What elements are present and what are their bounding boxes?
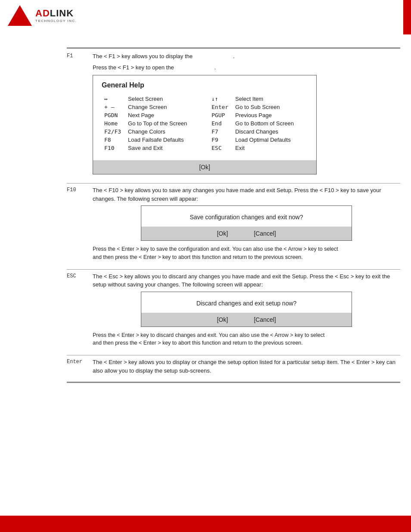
red-accent-bar-top <box>403 0 411 34</box>
section-divider-top <box>67 47 400 49</box>
table-key-right-4: End <box>210 120 233 127</box>
enter-content: The < Enter > key allows you to display … <box>93 358 400 377</box>
table-desc-right-1: Select Item <box>234 95 307 103</box>
f1-content: The < F1 > key allows you to display the… <box>93 52 400 179</box>
f10-content: The < F10 > key allows you to save any c… <box>93 186 400 265</box>
f10-dialog-message: Save configuration changes and exit now? <box>141 206 352 227</box>
table-desc-left-2: Change Screen <box>126 103 199 111</box>
table-desc-right-5: Discard Changes <box>234 128 307 135</box>
main-content: F1 The < F1 > key allows you to display … <box>67 47 400 508</box>
logo-adlink-text: ADLINK <box>35 9 77 18</box>
table-desc-left-3: Next Page <box>126 112 199 119</box>
table-key-left-5: F2/F3 <box>103 128 125 135</box>
table-desc-left-5: Change Colors <box>126 128 199 135</box>
f10-dialog-box: Save configuration changes and exit now?… <box>141 205 352 241</box>
f1-desc1: The < F1 > key allows you to display the… <box>93 52 400 61</box>
esc-cancel-button[interactable]: [Cancel] <box>254 316 276 323</box>
table-desc-left-1: Select Screen <box>126 95 199 103</box>
f1-desc2: Press the < F1 > key to open the . <box>93 63 400 72</box>
f10-ok-button[interactable]: [Ok] <box>217 230 228 237</box>
enter-row: Enter The < Enter > key allows you to di… <box>67 355 400 377</box>
esc-row: ESC The < Esc > key allows you to discar… <box>67 269 400 351</box>
table-key-right-1: ↓↑ <box>210 95 233 103</box>
red-accent-bar-bottom <box>0 516 411 532</box>
esc-key-label: ESC <box>67 272 93 279</box>
esc-after-text: Press the < Enter > key to discard chang… <box>93 331 400 348</box>
table-desc-left-6: Load Failsafe Defaults <box>126 136 199 143</box>
f10-key-label: F10 <box>67 186 93 193</box>
f1-key-label: F1 <box>67 52 93 59</box>
esc-dialog-message: Discard changes and exit setup now? <box>141 292 352 313</box>
esc-dialog-box: Discard changes and exit setup now? [Ok]… <box>141 292 352 327</box>
table-key-right-5: F7 <box>210 128 233 135</box>
table-desc-right-7: Exit <box>234 144 307 152</box>
table-key-right-3: PGUP <box>210 112 233 119</box>
table-desc-left-7: Save and Exit <box>126 144 199 152</box>
esc-dialog-footer: [Ok] [Cancel] <box>141 313 352 327</box>
table-key-left-4: Home <box>103 120 125 127</box>
f10-cancel-button[interactable]: [Cancel] <box>254 230 276 237</box>
section-divider-bottom <box>67 382 400 383</box>
table-key-right-7: ESC <box>210 144 233 152</box>
esc-desc: The < Esc > key allows you to discard an… <box>93 272 400 289</box>
f10-desc: The < F10 > key allows you to save any c… <box>93 186 400 203</box>
table-key-left-1: ↔ <box>103 95 125 103</box>
table-key-left-2: + – <box>103 103 125 111</box>
logo-subtitle: TECHNOLOGY INC. <box>35 19 77 23</box>
table-key-left-6: F8 <box>103 136 125 143</box>
table-desc-right-2: Go to Sub Screen <box>234 103 307 111</box>
logo-area: ADLINK TECHNOLOGY INC. <box>8 5 77 26</box>
logo-triangle-icon <box>8 5 32 26</box>
f1-dialog-footer: [Ok] <box>93 160 316 174</box>
esc-content: The < Esc > key allows you to discard an… <box>93 272 400 351</box>
esc-ok-button[interactable]: [Ok] <box>217 316 228 323</box>
esc-dialog-wrapper: Discard changes and exit setup now? [Ok]… <box>93 292 400 331</box>
f1-row: F1 The < F1 > key allows you to display … <box>67 52 400 179</box>
enter-key-label: Enter <box>67 358 93 365</box>
f1-dialog-box: General Help ↔ Select Screen ↓↑ Select I… <box>93 75 317 174</box>
f1-dialog-table: ↔ Select Screen ↓↑ Select Item + – Chang… <box>102 94 308 152</box>
f10-dialog-footer: [Ok] [Cancel] <box>141 227 352 240</box>
f1-dialog-content: General Help ↔ Select Screen ↓↑ Select I… <box>93 75 316 160</box>
f10-dialog-wrapper: Save configuration changes and exit now?… <box>93 205 400 245</box>
table-desc-right-4: Go to Bottom of Screen <box>234 120 307 127</box>
table-key-right-2: Enter <box>210 103 233 111</box>
f10-after-text: Press the < Enter > key to save the conf… <box>93 245 400 261</box>
table-key-left-7: F10 <box>103 144 125 152</box>
f1-dialog-title: General Help <box>102 81 308 89</box>
enter-desc: The < Enter > key allows you to display … <box>93 358 400 375</box>
table-desc-right-3: Previous Page <box>234 112 307 119</box>
table-desc-right-6: Load Optimal Defaults <box>234 136 307 143</box>
f10-row: F10 The < F10 > key allows you to save a… <box>67 183 400 265</box>
table-desc-left-4: Go to Top of the Screen <box>126 120 199 127</box>
table-key-left-3: PGDN <box>103 112 125 119</box>
table-key-right-6: F9 <box>210 136 233 143</box>
